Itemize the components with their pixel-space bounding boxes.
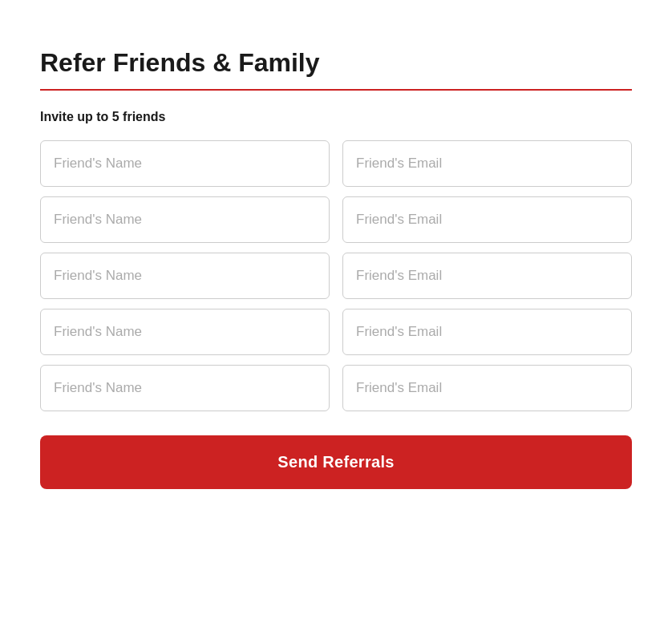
title-divider [40,89,632,91]
send-referrals-button[interactable]: Send Referrals [40,435,632,489]
form-subtitle: Invite up to 5 friends [40,110,632,124]
friend-row-2 [40,196,632,243]
friends-grid [40,140,632,411]
friend-email-input-4[interactable] [342,309,632,355]
friend-row-4 [40,309,632,355]
friend-email-input-3[interactable] [342,253,632,299]
friend-row-1 [40,140,632,187]
refer-friends-container: Refer Friends & Family Invite up to 5 fr… [16,24,656,521]
friend-row-3 [40,253,632,299]
friend-row-5 [40,365,632,411]
friend-email-input-5[interactable] [342,365,632,411]
friend-name-input-3[interactable] [40,253,330,299]
page-title: Refer Friends & Family [40,48,632,78]
friend-name-input-1[interactable] [40,140,330,187]
friend-email-input-2[interactable] [342,196,632,243]
friend-name-input-5[interactable] [40,365,330,411]
friend-email-input-1[interactable] [342,140,632,187]
friend-name-input-2[interactable] [40,196,330,243]
friend-name-input-4[interactable] [40,309,330,355]
